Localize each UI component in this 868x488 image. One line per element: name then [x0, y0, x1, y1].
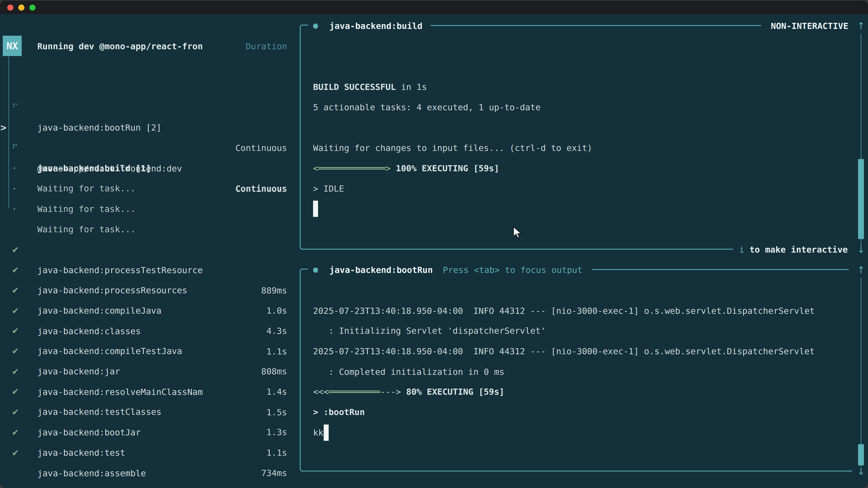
- build-panel-scrollbar-thumb[interactable]: [858, 159, 864, 239]
- non-interactive-badge: NON-INTERACTIVE: [771, 16, 848, 36]
- terminal-window: NX Running dev @mono-app/react-fron Dura…: [0, 0, 868, 488]
- log-line: : Completed initialization in 0 ms: [313, 362, 504, 382]
- idle-prompt-line: > IDLE: [313, 178, 344, 199]
- waiting-label: Waiting for task...: [37, 199, 135, 219]
- zoom-button[interactable]: [29, 4, 35, 11]
- bootrun-panel-border-bottom: [308, 470, 852, 471]
- close-button[interactable]: [7, 4, 13, 11]
- build-panel-title[interactable]: java-backend:build: [329, 16, 423, 36]
- build-time-text: in 1s: [396, 82, 427, 92]
- build-panel-border-corner: [300, 25, 308, 34]
- focus-output-hint[interactable]: Press <tab> to focus output: [443, 260, 583, 280]
- progress-bar: ══════════: [329, 387, 380, 397]
- task-row-completed[interactable]: ✔ java-backend:test 734ms: [0, 402, 296, 422]
- task-row-completed[interactable]: ✔ java-backend:compileJava 4.3s: [0, 260, 296, 280]
- bootrun-panel-border-left: [300, 278, 301, 462]
- terminal-cursor: [324, 424, 329, 441]
- sidebar-footer: ← 1/2 → quit: q help: ?: [0, 463, 296, 484]
- build-success-line: BUILD SUCCESSFUL in 1s: [313, 77, 427, 97]
- build-panel-border-bottom: [308, 249, 733, 250]
- task-row-completed[interactable]: ✔ java-backend:processResources 1.0s: [0, 239, 296, 260]
- task-name: java-backend:test: [37, 443, 125, 463]
- waiting-task-row: · Waiting for task...: [0, 178, 296, 199]
- build-successful-text: BUILD SUCCESSFUL: [313, 82, 396, 92]
- task-row-completed[interactable]: ✔ java-backend:classes 1.1s: [0, 281, 296, 301]
- terminal-cursor: [313, 201, 318, 217]
- task-row-bootrun[interactable]: ⠋ java-backend:bootRun [2] Continuous: [0, 77, 296, 97]
- task-bullet-icon: [313, 267, 318, 273]
- pager: ← 1/2 →: [4, 484, 41, 488]
- waiting-task-row: · Waiting for task...: [0, 158, 296, 178]
- build-panel-border-top: [431, 25, 761, 26]
- mouse-cursor: [512, 226, 522, 239]
- log-line: : Initializing Servlet 'dispatcherServle…: [313, 321, 546, 341]
- titlebar: [0, 0, 868, 14]
- bootrun-panel-scrollbar-track[interactable]: [861, 278, 862, 467]
- duration-column-header: Duration: [246, 36, 287, 57]
- interactive-hint: i to make interactive: [739, 239, 848, 260]
- build-panel-border-left: [300, 34, 301, 240]
- sidebar-header: Running dev @mono-app/react-fron Duratio…: [0, 36, 296, 57]
- log-line: 2025-07-23T13:40:18.950-04:00 INFO 44312…: [313, 341, 815, 361]
- progress-label: 80% EXECUTING [59s]: [401, 387, 504, 397]
- bootrun-panel-border-corner: [300, 269, 308, 278]
- progress-bar: <═════════════>: [313, 163, 391, 173]
- dot-icon: ·: [12, 199, 17, 219]
- bootrun-panel-border-top: [592, 269, 849, 270]
- progress-label: 100% EXECUTING [59s]: [391, 163, 499, 173]
- typed-input-line[interactable]: kk: [313, 422, 323, 443]
- scroll-up-icon[interactable]: ↑: [854, 260, 868, 280]
- tasks-summary-line: 5 actionable tasks: 4 executed, 1 up-to-…: [313, 97, 541, 118]
- interactive-hint-text: to make interactive: [744, 245, 848, 255]
- task-row-completed[interactable]: ✔ java-backend:resolveMainClassNam 1.5s: [0, 341, 296, 361]
- gradle-progress-line: <<<══════════---> 80% EXECUTING [59s]: [313, 382, 504, 402]
- sidebar-title: Running dev @mono-app/react-fron: [37, 36, 203, 57]
- task-row-completed[interactable]: ✔ java-backend:compileTestJava 808ms: [0, 300, 296, 321]
- task-bullet-icon: [313, 24, 318, 29]
- progress-prefix: <<<: [313, 387, 329, 397]
- task-row-frontend-dev[interactable]: ⠋ @mono-app/react-frontend:dev Continuou…: [0, 118, 296, 138]
- scroll-up-icon[interactable]: ↑: [854, 16, 868, 36]
- check-icon: ✔: [12, 443, 19, 463]
- task-row-completed[interactable]: ✔ java-backend:jar 1.4s: [0, 321, 296, 341]
- task-duration: 1.1s: [266, 443, 287, 463]
- bootrun-panel-title[interactable]: java-backend:bootRun: [329, 260, 433, 280]
- task-duration: 774ms: [261, 484, 287, 488]
- bootrun-panel-scrollbar-thumb[interactable]: [858, 444, 864, 465]
- task-row-build-selected[interactable]: > ⠋ java-backend:build [1] Continuous: [0, 97, 296, 118]
- minimize-button[interactable]: [18, 4, 24, 11]
- task-row-completed[interactable]: ✔ java-backend:testClasses 1.3s: [0, 361, 296, 381]
- command-line: > :bootRun: [313, 402, 365, 422]
- log-line: 2025-07-23T13:40:18.950-04:00 INFO 44312…: [313, 301, 815, 321]
- waiting-task-row: · Waiting for task...: [0, 138, 296, 158]
- build-panel-border-corner: [300, 239, 308, 250]
- waiting-changes-line: Waiting for changes to input files... (c…: [313, 138, 592, 158]
- bootrun-panel-border-corner: [300, 461, 308, 471]
- task-row-completed[interactable]: ✔ java-backend:processTestResource 889ms: [0, 219, 296, 240]
- progress-dashes: --->: [380, 387, 401, 397]
- interactive-hint-key[interactable]: i: [739, 245, 744, 255]
- task-row-completed[interactable]: ✔ java-backend:assemble 774ms: [0, 422, 296, 443]
- task-row-completed[interactable]: ✔ java-backend:bootJar 1.1s: [0, 382, 296, 402]
- gradle-progress-line: <═════════════> 100% EXECUTING [59s]: [313, 158, 499, 178]
